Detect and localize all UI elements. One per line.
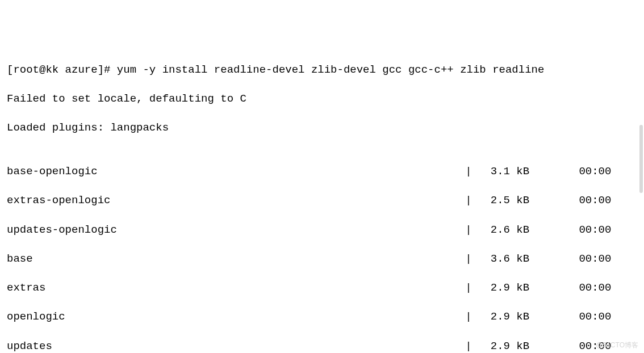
repo-size: 2.9 kB (478, 339, 529, 353)
repo-size: 2.9 kB (478, 310, 529, 325)
repo-size: 3.1 kB (478, 165, 529, 179)
repo-name: extras-openlogic (7, 194, 110, 207)
repo-name: base-openlogic (7, 165, 98, 178)
repo-time: 00:00 (549, 194, 611, 208)
repo-time: 00:00 (549, 252, 611, 267)
repo-size: 2.6 kB (478, 223, 529, 238)
msg-plugins: Loaded plugins: langpacks (7, 121, 637, 136)
repo-row: openlogic | 2.9 kB 00:00 (7, 310, 637, 325)
repo-size: 2.5 kB (478, 194, 529, 208)
repo-time: 00:00 (549, 165, 611, 179)
command-prompt: [root@kk azure]# yum -y install readline… (7, 63, 637, 78)
msg-locale: Failed to set locale, defaulting to C (7, 92, 637, 107)
repo-name: updates (7, 340, 52, 352)
repo-row: extras | 2.9 kB 00:00 (7, 281, 637, 296)
repo-row: base-openlogic | 3.1 kB 00:00 (7, 165, 637, 179)
repo-row: updates | 2.9 kB 00:00 (7, 339, 637, 353)
repo-name: base (7, 253, 33, 265)
repo-name: extras (7, 281, 45, 294)
watermark: @51CTO博客 (596, 341, 638, 350)
repo-time: 00:00 (549, 310, 611, 325)
repo-time: 00:00 (549, 281, 611, 296)
repo-size: 3.6 kB (478, 252, 529, 267)
repo-row: base | 3.6 kB 00:00 (7, 252, 637, 267)
repo-size: 2.9 kB (478, 281, 529, 296)
repo-name: updates-openlogic (7, 224, 117, 236)
scrollbar-thumb[interactable] (639, 125, 643, 193)
repo-name: openlogic (7, 310, 65, 323)
repo-row: updates-openlogic | 2.6 kB 00:00 (7, 223, 637, 238)
repo-time: 00:00 (549, 223, 611, 238)
repo-row: extras-openlogic | 2.5 kB 00:00 (7, 194, 637, 208)
